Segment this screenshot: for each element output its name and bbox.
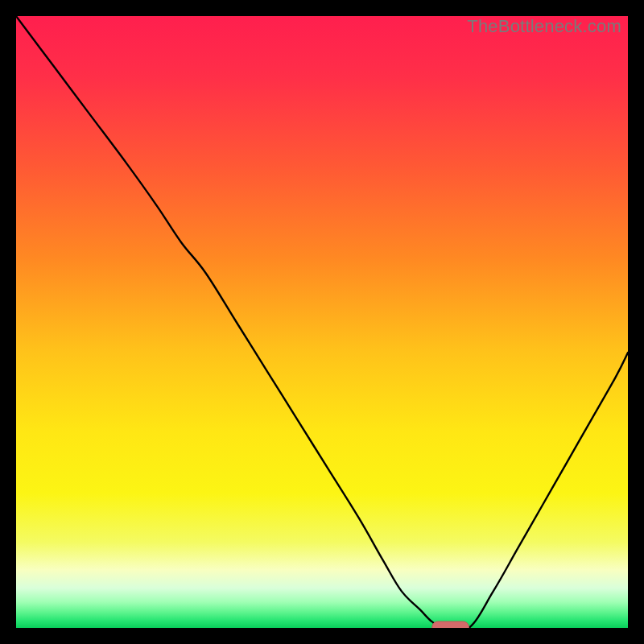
watermark-text: TheBottleneck.com <box>467 16 621 37</box>
gradient-background <box>16 16 628 628</box>
chart-frame: TheBottleneck.com <box>16 16 628 628</box>
bottleneck-chart <box>16 16 628 628</box>
optimal-marker <box>432 621 469 628</box>
